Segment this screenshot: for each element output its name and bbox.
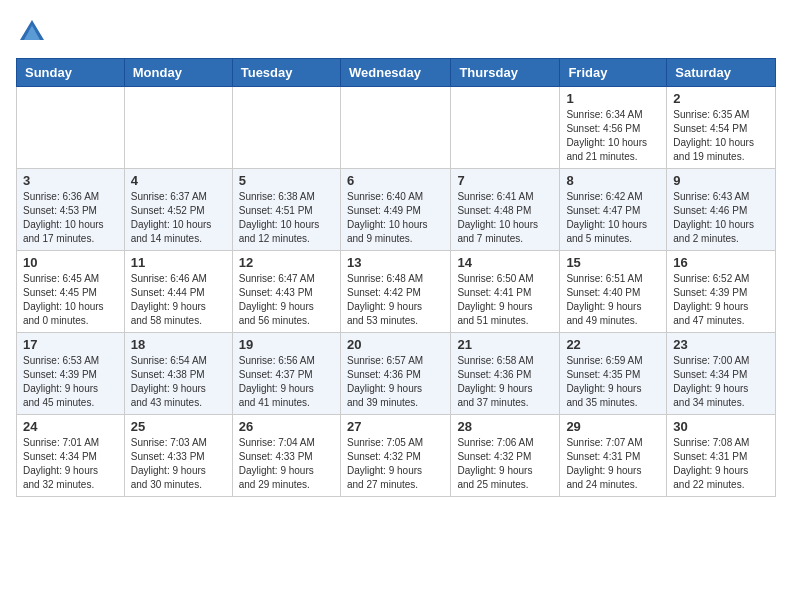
day-info: Sunrise: 6:52 AM Sunset: 4:39 PM Dayligh… (673, 272, 769, 328)
day-info: Sunrise: 6:53 AM Sunset: 4:39 PM Dayligh… (23, 354, 118, 410)
week-row-1: 1Sunrise: 6:34 AM Sunset: 4:56 PM Daylig… (17, 87, 776, 169)
calendar-cell: 22Sunrise: 6:59 AM Sunset: 4:35 PM Dayli… (560, 333, 667, 415)
day-number: 18 (131, 337, 226, 352)
day-info: Sunrise: 6:38 AM Sunset: 4:51 PM Dayligh… (239, 190, 334, 246)
calendar-cell: 1Sunrise: 6:34 AM Sunset: 4:56 PM Daylig… (560, 87, 667, 169)
day-info: Sunrise: 6:54 AM Sunset: 4:38 PM Dayligh… (131, 354, 226, 410)
calendar-cell: 4Sunrise: 6:37 AM Sunset: 4:52 PM Daylig… (124, 169, 232, 251)
day-number: 26 (239, 419, 334, 434)
weekday-header-row: SundayMondayTuesdayWednesdayThursdayFrid… (17, 59, 776, 87)
calendar-table: SundayMondayTuesdayWednesdayThursdayFrid… (16, 58, 776, 497)
day-info: Sunrise: 6:58 AM Sunset: 4:36 PM Dayligh… (457, 354, 553, 410)
weekday-header-monday: Monday (124, 59, 232, 87)
day-number: 24 (23, 419, 118, 434)
day-number: 9 (673, 173, 769, 188)
calendar-cell: 3Sunrise: 6:36 AM Sunset: 4:53 PM Daylig… (17, 169, 125, 251)
weekday-header-friday: Friday (560, 59, 667, 87)
weekday-header-wednesday: Wednesday (340, 59, 450, 87)
day-number: 10 (23, 255, 118, 270)
day-info: Sunrise: 6:50 AM Sunset: 4:41 PM Dayligh… (457, 272, 553, 328)
day-number: 25 (131, 419, 226, 434)
day-number: 7 (457, 173, 553, 188)
week-row-2: 3Sunrise: 6:36 AM Sunset: 4:53 PM Daylig… (17, 169, 776, 251)
day-info: Sunrise: 6:40 AM Sunset: 4:49 PM Dayligh… (347, 190, 444, 246)
calendar-cell (124, 87, 232, 169)
calendar-cell: 9Sunrise: 6:43 AM Sunset: 4:46 PM Daylig… (667, 169, 776, 251)
calendar-cell (451, 87, 560, 169)
day-info: Sunrise: 6:57 AM Sunset: 4:36 PM Dayligh… (347, 354, 444, 410)
calendar-cell: 23Sunrise: 7:00 AM Sunset: 4:34 PM Dayli… (667, 333, 776, 415)
calendar-cell (232, 87, 340, 169)
day-number: 11 (131, 255, 226, 270)
weekday-header-tuesday: Tuesday (232, 59, 340, 87)
calendar-cell: 19Sunrise: 6:56 AM Sunset: 4:37 PM Dayli… (232, 333, 340, 415)
day-info: Sunrise: 7:05 AM Sunset: 4:32 PM Dayligh… (347, 436, 444, 492)
day-number: 12 (239, 255, 334, 270)
calendar-cell: 13Sunrise: 6:48 AM Sunset: 4:42 PM Dayli… (340, 251, 450, 333)
day-number: 2 (673, 91, 769, 106)
calendar-cell: 30Sunrise: 7:08 AM Sunset: 4:31 PM Dayli… (667, 415, 776, 497)
week-row-5: 24Sunrise: 7:01 AM Sunset: 4:34 PM Dayli… (17, 415, 776, 497)
day-info: Sunrise: 6:35 AM Sunset: 4:54 PM Dayligh… (673, 108, 769, 164)
calendar-cell: 17Sunrise: 6:53 AM Sunset: 4:39 PM Dayli… (17, 333, 125, 415)
day-number: 5 (239, 173, 334, 188)
day-info: Sunrise: 6:48 AM Sunset: 4:42 PM Dayligh… (347, 272, 444, 328)
day-number: 17 (23, 337, 118, 352)
calendar-cell: 5Sunrise: 6:38 AM Sunset: 4:51 PM Daylig… (232, 169, 340, 251)
day-number: 15 (566, 255, 660, 270)
day-number: 27 (347, 419, 444, 434)
logo-icon (16, 16, 48, 48)
calendar-cell: 25Sunrise: 7:03 AM Sunset: 4:33 PM Dayli… (124, 415, 232, 497)
calendar-cell: 12Sunrise: 6:47 AM Sunset: 4:43 PM Dayli… (232, 251, 340, 333)
calendar-cell: 6Sunrise: 6:40 AM Sunset: 4:49 PM Daylig… (340, 169, 450, 251)
day-number: 1 (566, 91, 660, 106)
weekday-header-sunday: Sunday (17, 59, 125, 87)
week-row-3: 10Sunrise: 6:45 AM Sunset: 4:45 PM Dayli… (17, 251, 776, 333)
weekday-header-thursday: Thursday (451, 59, 560, 87)
day-number: 21 (457, 337, 553, 352)
day-info: Sunrise: 7:01 AM Sunset: 4:34 PM Dayligh… (23, 436, 118, 492)
calendar-cell: 24Sunrise: 7:01 AM Sunset: 4:34 PM Dayli… (17, 415, 125, 497)
day-info: Sunrise: 6:51 AM Sunset: 4:40 PM Dayligh… (566, 272, 660, 328)
logo (16, 16, 54, 48)
day-number: 6 (347, 173, 444, 188)
day-number: 13 (347, 255, 444, 270)
calendar-cell: 20Sunrise: 6:57 AM Sunset: 4:36 PM Dayli… (340, 333, 450, 415)
calendar-cell: 14Sunrise: 6:50 AM Sunset: 4:41 PM Dayli… (451, 251, 560, 333)
day-info: Sunrise: 7:08 AM Sunset: 4:31 PM Dayligh… (673, 436, 769, 492)
day-info: Sunrise: 7:07 AM Sunset: 4:31 PM Dayligh… (566, 436, 660, 492)
calendar-cell (17, 87, 125, 169)
calendar-cell: 18Sunrise: 6:54 AM Sunset: 4:38 PM Dayli… (124, 333, 232, 415)
day-number: 8 (566, 173, 660, 188)
calendar-cell: 11Sunrise: 6:46 AM Sunset: 4:44 PM Dayli… (124, 251, 232, 333)
day-info: Sunrise: 6:47 AM Sunset: 4:43 PM Dayligh… (239, 272, 334, 328)
calendar-cell: 2Sunrise: 6:35 AM Sunset: 4:54 PM Daylig… (667, 87, 776, 169)
day-info: Sunrise: 6:43 AM Sunset: 4:46 PM Dayligh… (673, 190, 769, 246)
calendar-cell: 8Sunrise: 6:42 AM Sunset: 4:47 PM Daylig… (560, 169, 667, 251)
calendar-cell (340, 87, 450, 169)
weekday-header-saturday: Saturday (667, 59, 776, 87)
day-info: Sunrise: 7:06 AM Sunset: 4:32 PM Dayligh… (457, 436, 553, 492)
day-info: Sunrise: 6:56 AM Sunset: 4:37 PM Dayligh… (239, 354, 334, 410)
day-info: Sunrise: 7:04 AM Sunset: 4:33 PM Dayligh… (239, 436, 334, 492)
week-row-4: 17Sunrise: 6:53 AM Sunset: 4:39 PM Dayli… (17, 333, 776, 415)
day-number: 3 (23, 173, 118, 188)
day-number: 14 (457, 255, 553, 270)
day-info: Sunrise: 7:00 AM Sunset: 4:34 PM Dayligh… (673, 354, 769, 410)
day-info: Sunrise: 6:46 AM Sunset: 4:44 PM Dayligh… (131, 272, 226, 328)
day-info: Sunrise: 6:45 AM Sunset: 4:45 PM Dayligh… (23, 272, 118, 328)
calendar-cell: 10Sunrise: 6:45 AM Sunset: 4:45 PM Dayli… (17, 251, 125, 333)
calendar-cell: 15Sunrise: 6:51 AM Sunset: 4:40 PM Dayli… (560, 251, 667, 333)
day-info: Sunrise: 6:42 AM Sunset: 4:47 PM Dayligh… (566, 190, 660, 246)
day-number: 28 (457, 419, 553, 434)
day-number: 4 (131, 173, 226, 188)
page-header (16, 16, 776, 48)
day-number: 30 (673, 419, 769, 434)
day-number: 23 (673, 337, 769, 352)
calendar-cell: 26Sunrise: 7:04 AM Sunset: 4:33 PM Dayli… (232, 415, 340, 497)
day-info: Sunrise: 7:03 AM Sunset: 4:33 PM Dayligh… (131, 436, 226, 492)
calendar-cell: 29Sunrise: 7:07 AM Sunset: 4:31 PM Dayli… (560, 415, 667, 497)
day-info: Sunrise: 6:34 AM Sunset: 4:56 PM Dayligh… (566, 108, 660, 164)
calendar-cell: 28Sunrise: 7:06 AM Sunset: 4:32 PM Dayli… (451, 415, 560, 497)
day-info: Sunrise: 6:41 AM Sunset: 4:48 PM Dayligh… (457, 190, 553, 246)
